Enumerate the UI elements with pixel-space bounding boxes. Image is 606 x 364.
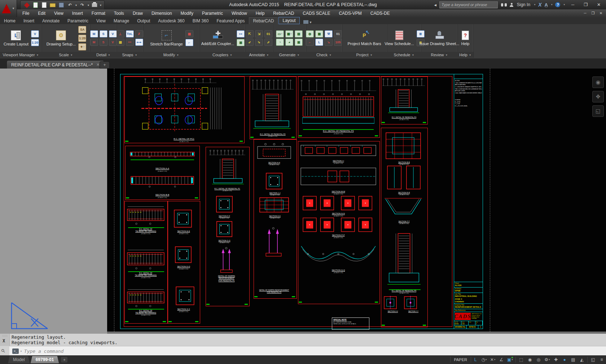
issue-drawing-sheet--button[interactable]: Issue Drawing Sheet... (418, 30, 461, 47)
command-line-panel[interactable]: X ⚲ Regenerating layout. Regenerating mo… (0, 334, 606, 355)
redo-caret-icon[interactable]: ▾ (88, 4, 89, 7)
ribbon-icon-detail[interactable]: M (90, 39, 98, 46)
customize-plus-icon[interactable]: ✚ (552, 356, 560, 363)
ribbon-tab-parametric[interactable]: Parametric (64, 18, 92, 24)
ribbon-tab-view[interactable]: View (93, 18, 109, 24)
fullscreen-icon[interactable]: ◱ (589, 356, 597, 363)
doc-minimize-icon[interactable]: ─ (581, 10, 589, 16)
panel-expand-caret-icon[interactable]: ▼ (445, 54, 448, 56)
menu-format[interactable]: Format (87, 10, 110, 17)
ribbon-icon-detail[interactable]: S (100, 30, 107, 38)
angle-snap-icon[interactable]: ∠ (497, 356, 506, 363)
menu-cads-scale[interactable]: CADS SCALE (298, 10, 334, 17)
ribbon-tab-insert[interactable]: Insert (20, 18, 38, 24)
restore-button[interactable]: ❐ (581, 1, 591, 8)
new-drawing-tab-button[interactable]: + (100, 61, 110, 69)
steering-wheel-icon[interactable]: ◉ (592, 76, 604, 88)
ribbon-tab-bim-360[interactable]: BIM 360 (189, 18, 212, 24)
menu-window[interactable]: Window (227, 10, 251, 17)
drawing-file-tab[interactable]: REINF.DETAIL-PILE CAP & PEDESTAL--* ✕ (6, 60, 104, 69)
undo-caret-icon[interactable]: ▾ (75, 4, 77, 7)
ribbon-icon-detail[interactable]: V (109, 30, 117, 38)
ribbon-icon-scale[interactable]: 1:20 (78, 35, 86, 42)
prompt-caret-icon[interactable]: ▾ (20, 350, 22, 353)
sheetset-icon[interactable] (32, 2, 39, 8)
menu-help[interactable]: Help (251, 10, 269, 17)
menu-modify[interactable]: Modify (176, 10, 198, 17)
ribbon-icon-generate[interactable]: ◔ (276, 39, 284, 46)
menu-insert[interactable]: Insert (68, 10, 87, 17)
ribbon-icon-scale[interactable]: ✦▾ (78, 43, 86, 51)
doc-restore-icon[interactable]: ❐ (589, 10, 597, 16)
command-close-icon[interactable]: X (3, 338, 5, 343)
command-input[interactable]: >_ ▾ Type a command (9, 346, 606, 356)
ribbon-icon-check[interactable]: 105 (334, 39, 342, 46)
create-layout-button[interactable]: LCreate Layout (3, 30, 30, 47)
panel-expand-caret-icon[interactable]: ▼ (412, 54, 414, 56)
customization-menu-icon[interactable]: ≡ (597, 356, 606, 363)
add-edit-coupler--button[interactable]: ✛Add/Edit Coupler... (200, 30, 236, 47)
workspace-icon[interactable] (23, 2, 30, 8)
open-icon[interactable] (49, 2, 56, 8)
close-button[interactable]: ✕ (594, 1, 604, 8)
ribbon-icon-detail[interactable]: S (100, 39, 107, 46)
doc-close-icon[interactable]: ✕ (597, 10, 605, 16)
panel-expand-caret-icon[interactable]: ▼ (267, 54, 269, 56)
ribbon-icon-snaps[interactable]: ••• (126, 39, 134, 46)
ribbon-icon-couplers[interactable]: ⊶ (237, 30, 245, 38)
ribbon-tab-home[interactable]: Home (0, 18, 19, 24)
ortho-icon[interactable]: L (471, 356, 480, 363)
save-icon[interactable] (58, 2, 65, 8)
ribbon-icon-generate[interactable]: ▣ (295, 39, 303, 46)
add-layout-button[interactable]: + (61, 357, 67, 363)
ribbon-icon-snaps[interactable]: ✗ (135, 30, 143, 38)
zoom-icon[interactable]: ◱ (592, 105, 604, 117)
qat-menu-caret-icon[interactable]: ▾ (100, 4, 101, 7)
ribbon-icon-viewport-manager[interactable]: V (31, 30, 39, 38)
search-collapse-icon[interactable]: ◂ (434, 2, 437, 8)
file-tab-close-icon[interactable]: ✕ (96, 62, 100, 67)
ribbon-icon-generate[interactable]: ▭▾ (276, 30, 284, 38)
menu-draw[interactable]: Draw (128, 10, 147, 17)
panel-expand-caret-icon[interactable]: ▼ (329, 54, 331, 56)
ribbon-tab-autodesk-360[interactable]: Autodesk 360 (154, 18, 188, 24)
ribbon-icon-annotate[interactable]: ⇗ (264, 39, 272, 46)
ribbon-icon-scale[interactable]: SA (78, 26, 86, 33)
menu-file[interactable]: File (18, 10, 34, 17)
ribbon-tab-output[interactable]: Output (133, 18, 154, 24)
ribbon-icon-generate[interactable]: ◕ (285, 39, 293, 46)
ribbon-icon-modify[interactable]: ▦ (185, 30, 193, 38)
print-icon[interactable] (91, 2, 98, 8)
a360-caret-icon[interactable]: ▾ (551, 3, 553, 6)
ribbon-icon-check[interactable]: ⌐ (306, 39, 314, 46)
a360-icon[interactable]: A̲ (545, 2, 548, 8)
workspace-caret-icon[interactable]: ▾ (310, 20, 312, 24)
workspace-gear-icon[interactable]: ⚙▾ (543, 356, 552, 363)
menu-edit[interactable]: Edit (34, 10, 50, 17)
polar-tracking-icon[interactable]: ◷▾ (480, 356, 488, 363)
panel-expand-caret-icon[interactable]: ▼ (36, 54, 39, 56)
ribbon-icon-detail[interactable]: V (109, 39, 117, 46)
panel-expand-caret-icon[interactable]: ▼ (230, 54, 232, 56)
ribbon-icon-snaps[interactable]: ▤ (117, 39, 124, 46)
ribbon-extra-dropdown[interactable]: ▾ (303, 20, 312, 24)
ribbon-tab-rebarcad[interactable]: RebarCAD (249, 17, 278, 24)
ribbon-icon-snaps[interactable]: ⟷ (135, 39, 143, 46)
project-match-bars-button[interactable]: PProject Match Bars (347, 30, 382, 47)
signin-button[interactable]: Sign In ▾ (510, 2, 535, 8)
menu-tools[interactable]: Tools (110, 10, 128, 17)
model-tab[interactable]: Model (8, 356, 30, 363)
drawing-setup--button[interactable]: ⚙Drawing Setup... (45, 30, 77, 47)
ribbon-icon-check[interactable]: 01 (334, 30, 342, 38)
ribbon-icon-annotate[interactable]: ⇲ (255, 30, 263, 38)
ribbon-icon-generate[interactable]: ▦▾ (285, 30, 293, 38)
ribbon-icon-annotate[interactable]: ⇱ (246, 30, 254, 38)
autoscale-icon[interactable]: ◉ (526, 356, 534, 363)
ribbon-icon-check[interactable]: ↘ (325, 39, 333, 46)
annotation-monitor-icon[interactable]: ◎ (534, 356, 543, 363)
panel-expand-caret-icon[interactable]: ▼ (135, 54, 137, 56)
ribbon-icon-check[interactable]: ◍ (306, 30, 314, 38)
annotation-visibility-icon[interactable]: ⬚ (517, 356, 526, 363)
menu-cads-de[interactable]: CADS-DE (366, 10, 394, 17)
stretch-bar-range-button[interactable]: ⌐Stretch Bar/Range (149, 30, 184, 47)
